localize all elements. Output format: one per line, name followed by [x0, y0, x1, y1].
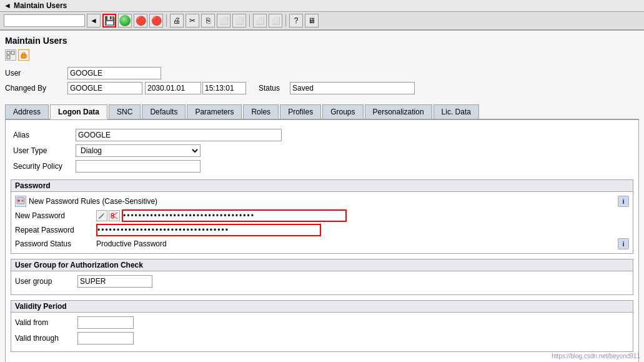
pw-status-row: Password Status Productive Password i	[15, 238, 629, 249]
stop-btn[interactable]: 🔴	[149, 14, 163, 28]
back-toolbar-btn[interactable]: ◄	[87, 14, 101, 28]
valid-from-row: Valid from	[15, 316, 629, 329]
tab-parameters[interactable]: Parameters	[187, 104, 242, 119]
pencil-icon[interactable]	[96, 210, 107, 221]
valid-from-label: Valid from	[15, 318, 77, 327]
toolbar-separator-2	[249, 14, 250, 27]
tab-content: Alias User Type Dialog Service System Co…	[5, 120, 639, 362]
user-group-content: User group	[11, 271, 633, 294]
user-group-row: User group	[15, 275, 629, 288]
content-icon-2[interactable]	[18, 49, 29, 61]
validity-section: Validity Period Valid from Valid through	[11, 300, 633, 352]
pw-status-value: Productive Password	[96, 239, 167, 248]
logon-form: Alias User Type Dialog Service System Co…	[11, 125, 633, 179]
user-group-label: User group	[15, 277, 77, 286]
help-btn[interactable]: ?	[289, 14, 303, 28]
valid-through-label: Valid through	[15, 334, 77, 343]
alias-label: Alias	[13, 131, 76, 139]
pw-status-info-icon[interactable]: i	[618, 238, 629, 249]
cut-btn[interactable]: ✂	[186, 14, 199, 28]
valid-from-input[interactable]	[77, 316, 134, 329]
scissors-icon[interactable]	[109, 210, 120, 221]
pw-status-label: Password Status	[15, 239, 96, 248]
tab-lic-data[interactable]: Lic. Data	[433, 104, 479, 119]
changed-by-row: Changed By Status	[5, 82, 639, 94]
content-icon-1[interactable]	[5, 49, 16, 61]
svg-rect-2	[7, 56, 10, 59]
svg-rect-1	[11, 51, 14, 54]
command-input[interactable]	[4, 14, 85, 27]
new-password-input[interactable]	[122, 209, 347, 222]
svg-rect-0	[7, 51, 10, 54]
valid-through-input[interactable]	[77, 332, 134, 344]
password-content: New Password Rules (Case-Sensitive) i Ne…	[11, 192, 633, 253]
alias-input[interactable]	[76, 129, 282, 141]
user-row: User	[5, 67, 639, 79]
tab-logon-data[interactable]: Logon Data	[50, 104, 107, 119]
tab-snc[interactable]: SNC	[109, 104, 141, 119]
tab-defaults[interactable]: Defaults	[142, 104, 186, 119]
security-policy-row: Security Policy	[13, 160, 631, 173]
window2-btn[interactable]: ⬜	[253, 14, 267, 28]
user-input[interactable]	[67, 67, 161, 79]
password-section: Password New Password Rules (Case-Sensit…	[11, 179, 633, 254]
validity-title: Validity Period	[11, 301, 633, 313]
changed-by-label: Changed By	[5, 84, 67, 93]
user-group-input[interactable]	[77, 275, 152, 288]
pw-rules-icon	[15, 196, 26, 207]
save-toolbar-btn[interactable]: 💾	[102, 14, 116, 28]
svg-point-7	[111, 213, 114, 216]
pw-rules-row: New Password Rules (Case-Sensitive) i	[15, 196, 629, 207]
window3-btn[interactable]: ⬜	[269, 14, 282, 28]
print-btn[interactable]: 🖨	[170, 14, 184, 28]
date-input[interactable]	[145, 82, 201, 94]
content-toolbar-icons	[5, 49, 639, 61]
title-bar-label: Maintain Users	[14, 1, 67, 10]
svg-point-8	[111, 216, 114, 218]
time-input[interactable]	[202, 82, 246, 94]
monitor-btn[interactable]: 🖥	[305, 14, 319, 28]
new-password-row: New Password	[15, 209, 629, 222]
user-type-label: User Type	[13, 146, 76, 155]
title-bar: ◄ Maintain Users	[0, 0, 644, 12]
user-info-section: User Changed By Status	[5, 64, 639, 99]
toolbar-separator-3	[285, 14, 286, 27]
main-content: Maintain Users User Changed By	[0, 31, 644, 362]
svg-rect-3	[21, 54, 26, 58]
user-label: User	[5, 69, 67, 78]
orange-circle-btn[interactable]: 🔴	[134, 14, 147, 28]
alias-row: Alias	[13, 129, 631, 141]
svg-point-5	[17, 199, 20, 202]
tab-personalization[interactable]: Personalization	[365, 104, 432, 119]
changed-by-input[interactable]	[67, 82, 142, 94]
user-type-select[interactable]: Dialog Service System Communication	[76, 144, 201, 157]
pw-rules-info-icon[interactable]: i	[618, 196, 629, 207]
svg-point-6	[21, 199, 24, 202]
pw-rules-label: New Password Rules (Case-Sensitive)	[29, 197, 157, 206]
security-policy-input[interactable]	[76, 160, 201, 173]
green-circle-btn[interactable]	[118, 14, 132, 28]
toolbar-separator-1	[166, 14, 167, 27]
copy-btn[interactable]: ⎘	[201, 14, 215, 28]
tab-groups[interactable]: Groups	[322, 104, 363, 119]
tab-profiles[interactable]: Profiles	[280, 104, 321, 119]
repeat-password-label: Repeat Password	[15, 226, 96, 234]
status-input[interactable]	[290, 82, 415, 94]
validity-content: Valid from Valid through	[11, 313, 633, 351]
tab-roles[interactable]: Roles	[243, 104, 279, 119]
repeat-password-row: Repeat Password	[15, 224, 629, 236]
user-type-row: User Type Dialog Service System Communic…	[13, 144, 631, 157]
toolbar: ◄ 💾 🔴 🔴 🖨 ✂ ⎘ ⬜ ⬜ ⬜ ⬜ ? 🖥	[0, 12, 644, 31]
window1-btn[interactable]: ⬜	[232, 14, 246, 28]
new-password-label: New Password	[15, 211, 96, 220]
new-password-icons	[96, 210, 120, 221]
title-arrow-icon: ◄	[4, 1, 11, 10]
page-title: Maintain Users	[5, 36, 639, 46]
paste-btn[interactable]: ⬜	[217, 14, 230, 28]
valid-through-row: Valid through	[15, 332, 629, 344]
password-section-title: Password	[11, 180, 633, 192]
repeat-password-input[interactable]	[96, 224, 321, 236]
tab-address[interactable]: Address	[5, 104, 49, 119]
user-group-section: User Group for Authorization Check User …	[11, 259, 633, 295]
watermark: https://blog.csdn.net/beyond911	[552, 353, 640, 359]
